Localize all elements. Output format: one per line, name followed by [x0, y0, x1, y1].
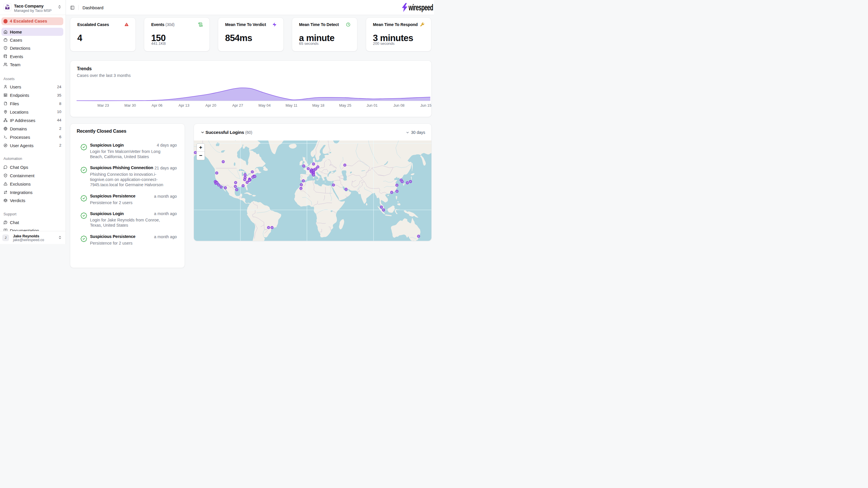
svg-text:wirespeed: wirespeed [408, 3, 433, 12]
